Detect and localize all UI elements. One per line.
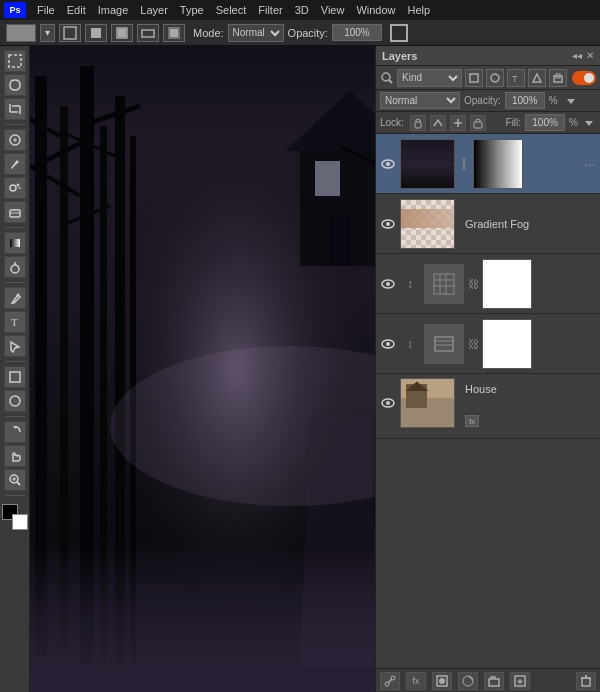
tool-brush[interactable] <box>4 153 26 175</box>
tool-rotate[interactable] <box>4 421 26 443</box>
shape-option-5[interactable] <box>163 24 185 42</box>
layer-row[interactable]: ↕ ⛓ <box>376 314 600 374</box>
filter-icon-type[interactable]: T <box>507 69 525 87</box>
tool-hand[interactable] <box>4 445 26 467</box>
tool-path-select[interactable] <box>4 335 26 357</box>
menu-filter[interactable]: Filter <box>253 2 287 18</box>
menu-type[interactable]: Type <box>175 2 209 18</box>
menu-edit[interactable]: Edit <box>62 2 91 18</box>
opacity-label: Opacity: <box>288 27 328 39</box>
layer-mask-thumbnail[interactable] <box>482 259 532 309</box>
menu-select[interactable]: Select <box>211 2 252 18</box>
tool-spot-heal[interactable] <box>4 129 26 151</box>
menu-window[interactable]: Window <box>351 2 400 18</box>
tool-shape[interactable] <box>4 366 26 388</box>
filter-icon-pixel[interactable] <box>465 69 483 87</box>
layer-options-icon[interactable]: ··· <box>584 156 596 172</box>
tool-lasso[interactable] <box>4 74 26 96</box>
tool-gradient[interactable] <box>4 232 26 254</box>
menu-view[interactable]: View <box>316 2 350 18</box>
layer-visibility-eye[interactable] <box>380 336 396 352</box>
tool-zoom[interactable] <box>4 469 26 491</box>
layers-bottom-toolbar: fx <box>376 668 600 692</box>
layer-mask-thumbnail[interactable] <box>473 139 523 189</box>
layer-thumbnail[interactable] <box>424 324 464 364</box>
filter-icon-shape[interactable] <box>528 69 546 87</box>
fill-field[interactable] <box>525 114 565 131</box>
layer-row[interactable]: Gradient Fog <box>376 194 600 254</box>
tool-dodge[interactable] <box>4 256 26 278</box>
layer-mask-thumbnail2[interactable] <box>482 319 532 369</box>
layer-fx-icon[interactable]: fx <box>465 415 479 427</box>
opacity-input[interactable] <box>332 24 382 41</box>
layer-link-btn[interactable] <box>380 672 400 690</box>
lock-image-btn[interactable] <box>430 115 446 131</box>
panel-close-btn[interactable]: ✕ <box>586 50 594 61</box>
layer-new-btn[interactable] <box>510 672 530 690</box>
filter-icon-adj[interactable] <box>486 69 504 87</box>
blend-mode-select[interactable]: Normal Multiply Screen Overlay <box>380 92 460 109</box>
layer-thumbnail[interactable] <box>400 139 455 189</box>
background-color[interactable] <box>12 514 28 530</box>
layer-thumbnail[interactable] <box>400 199 455 249</box>
layer-link2[interactable]: ⛓ <box>468 259 478 309</box>
layer-delete-btn[interactable] <box>576 672 596 690</box>
tool-clone[interactable] <box>4 177 26 199</box>
layer-visibility-eye[interactable] <box>380 276 396 292</box>
shape-option-1[interactable] <box>59 24 81 42</box>
tool-type[interactable]: T <box>4 311 26 333</box>
menu-image[interactable]: Image <box>93 2 134 18</box>
menu-help[interactable]: Help <box>403 2 436 18</box>
mode-select[interactable]: Normal Multiply Screen <box>228 24 284 42</box>
lock-transparency-btn[interactable] <box>410 115 426 131</box>
panel-collapse-btn[interactable]: ◂◂ <box>572 50 582 61</box>
layer-row[interactable]: ··· <box>376 134 600 194</box>
layer-thumbnail[interactable] <box>424 264 464 304</box>
color-swatches[interactable] <box>2 504 28 530</box>
panel-title: Layers <box>382 50 417 62</box>
opacity-dropdown-icon[interactable] <box>564 94 578 108</box>
filter-toggle[interactable] <box>572 71 596 85</box>
tool-custom-shape[interactable] <box>4 390 26 412</box>
menu-layer[interactable]: Layer <box>135 2 173 18</box>
lock-label: Lock: <box>380 117 404 128</box>
layer-row-house[interactable]: House fx <box>376 374 600 439</box>
panel-controls: ◂◂ ✕ <box>572 50 594 61</box>
layer-visibility-eye[interactable] <box>380 156 396 172</box>
blend-mode-bar: Normal Multiply Screen Overlay Opacity: … <box>376 90 600 112</box>
layer-name: Gradient Fog <box>459 218 596 230</box>
layer-link3[interactable]: ⛓ <box>468 319 478 369</box>
shape-option-3[interactable] <box>111 24 133 42</box>
tool-pen[interactable] <box>4 287 26 309</box>
layer-group-btn[interactable] <box>484 672 504 690</box>
brush-preset-btn[interactable]: ▾ <box>40 24 55 42</box>
svg-point-61 <box>382 73 390 81</box>
menu-file[interactable]: File <box>32 2 60 18</box>
layer-fx-btn[interactable]: fx <box>406 672 426 690</box>
shape-option-2[interactable] <box>85 24 107 42</box>
tool-select-rect[interactable] <box>4 50 26 72</box>
layers-list: ··· Gradient Fog <box>376 134 600 668</box>
layer-row[interactable]: ↕ ⛓ <box>376 254 600 314</box>
layer-link-icon[interactable] <box>459 139 469 189</box>
layer-visibility-eye[interactable] <box>380 395 396 411</box>
lock-position-btn[interactable] <box>450 115 466 131</box>
fill-dropdown-icon[interactable] <box>582 116 596 130</box>
menu-3d[interactable]: 3D <box>290 2 314 18</box>
layer-mask-btn[interactable] <box>432 672 452 690</box>
options-bar: ▾ Mode: Normal Multiply Screen Opacity: <box>0 20 600 46</box>
airbrush-option[interactable] <box>390 24 408 42</box>
layer-visibility-eye[interactable] <box>380 216 396 232</box>
brush-swatch[interactable] <box>6 24 36 42</box>
opacity-field[interactable] <box>505 92 545 109</box>
layer-thumbnail-house[interactable] <box>400 378 455 428</box>
tool-eraser[interactable] <box>4 201 26 223</box>
tool-crop[interactable] <box>4 98 26 120</box>
svg-point-76 <box>386 162 390 166</box>
filter-kind-select[interactable]: Kind <box>397 69 462 87</box>
layer-adj-btn[interactable] <box>458 672 478 690</box>
lock-all-btn[interactable] <box>470 115 486 131</box>
filter-icon-smart[interactable] <box>549 69 567 87</box>
shape-option-4[interactable] <box>137 24 159 42</box>
svg-text:T: T <box>11 316 18 328</box>
